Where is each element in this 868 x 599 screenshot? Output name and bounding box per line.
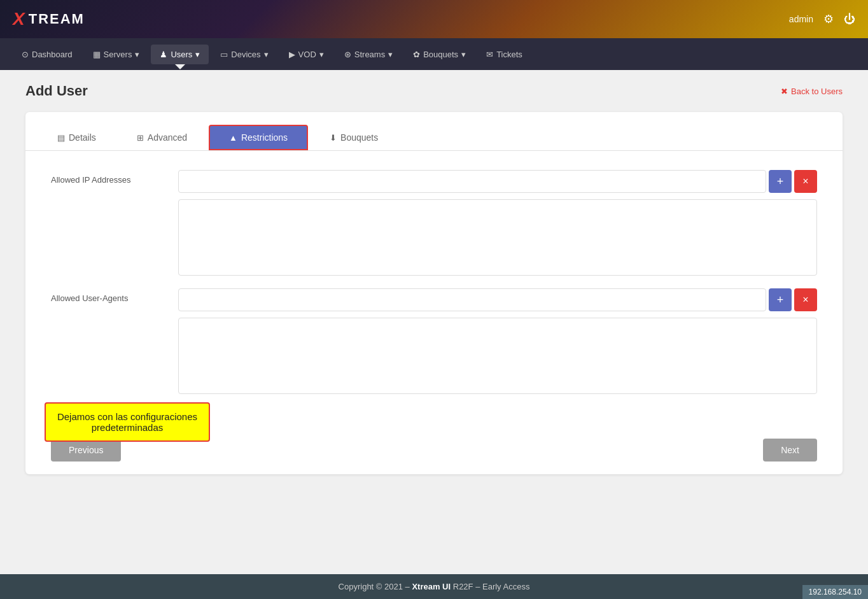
ip-add-button[interactable]: + [769, 170, 792, 193]
tab-bouquets-label: Bouquets [340, 132, 378, 143]
bouquets-chevron-icon: ▾ [461, 50, 466, 59]
ua-row: Allowed User-Agents + × [51, 288, 817, 394]
annotation-line2: predeterminadas [56, 422, 199, 433]
devices-chevron-icon: ▾ [264, 50, 269, 59]
dashboard-icon: ⊙ [22, 50, 29, 59]
nav-item-streams[interactable]: ⊛ Streams ▾ [335, 45, 402, 64]
bouquets-tab-icon: ⬇ [330, 133, 337, 143]
tab-restrictions-label: Restrictions [241, 132, 288, 143]
form-wrapper: Dejamos con las configuraciones predeter… [25, 151, 843, 474]
tab-advanced[interactable]: ⊞ Advanced [118, 125, 206, 150]
footer-version: R22F – Early Access [453, 582, 530, 591]
ip-remove-button[interactable]: × [794, 170, 817, 193]
power-icon[interactable]: ⏻ [844, 13, 855, 26]
annotation-line1: Dejamos con las configuraciones [56, 411, 199, 422]
ua-input[interactable] [178, 288, 766, 311]
tab-advanced-label: Advanced [148, 132, 187, 143]
logo-x: X [13, 9, 26, 29]
page-title: Add User [25, 83, 88, 99]
nav-label-dashboard: Dashboard [32, 50, 73, 59]
header: X TREAM admin ⚙ ⏻ [0, 0, 868, 38]
nav-label-tickets: Tickets [496, 50, 522, 59]
footer: Copyright © 2021 – Xtream UI R22F – Earl… [0, 574, 868, 599]
gear-icon[interactable]: ⚙ [823, 12, 834, 26]
ip-textarea[interactable] [178, 199, 817, 276]
nav-item-users[interactable]: ♟ Users ▾ [151, 45, 209, 64]
users-chevron-icon: ▾ [195, 50, 200, 59]
nav-label-servers: Servers [104, 50, 132, 59]
main-content: Add User ✖ Back to Users ▤ Details ⊞ Adv… [0, 70, 868, 574]
nav-item-vod[interactable]: ▶ VOD ▾ [280, 45, 333, 64]
ip-label: Allowed IP Addresses [51, 170, 165, 185]
streams-icon: ⊛ [344, 50, 351, 59]
details-tab-icon: ▤ [57, 133, 65, 143]
ua-textarea[interactable] [178, 318, 817, 394]
ua-remove-button[interactable]: × [794, 288, 817, 311]
ua-right: + × [178, 288, 817, 394]
servers-icon: ▦ [93, 50, 101, 59]
tab-details[interactable]: ▤ Details [38, 125, 115, 150]
logo: X TREAM [13, 9, 85, 29]
vod-chevron-icon: ▾ [319, 50, 324, 59]
servers-chevron-icon: ▾ [135, 50, 139, 59]
restrictions-tab-icon: ▲ [229, 133, 237, 143]
page-header: Add User ✖ Back to Users [25, 83, 843, 99]
tab-restrictions[interactable]: ▲ Restrictions [209, 125, 308, 150]
nav-item-devices[interactable]: ▭ Devices ▾ [211, 45, 277, 64]
previous-button[interactable]: Previous [51, 439, 121, 462]
ip-right: + × [178, 170, 817, 276]
main-card: ▤ Details ⊞ Advanced ▲ Restrictions ⬇ Bo… [25, 112, 843, 474]
footer-brand: Xtream UI [412, 582, 451, 591]
ua-label: Allowed User-Agents [51, 288, 165, 303]
back-to-users-link[interactable]: ✖ Back to Users [781, 87, 843, 96]
ip-input-row: + × [178, 170, 817, 193]
advanced-tab-icon: ⊞ [137, 133, 144, 143]
nav-item-servers[interactable]: ▦ Servers ▾ [84, 45, 149, 64]
ua-input-row: + × [178, 288, 817, 311]
bouquets-icon: ✿ [413, 50, 420, 59]
annotation-box: Dejamos con las configuraciones predeter… [45, 402, 210, 442]
back-icon: ✖ [781, 87, 788, 96]
next-button[interactable]: Next [763, 439, 817, 462]
vod-icon: ▶ [289, 50, 295, 59]
nav-item-bouquets[interactable]: ✿ Bouquets ▾ [404, 45, 475, 64]
tickets-icon: ✉ [486, 50, 493, 59]
admin-label: admin [789, 14, 813, 24]
users-icon: ♟ [160, 50, 167, 59]
form-content: Allowed IP Addresses + × Allowed User-Ag… [25, 151, 843, 426]
nav-item-dashboard[interactable]: ⊙ Dashboard [13, 45, 81, 64]
nav-label-streams: Streams [354, 50, 385, 59]
logo-text: TREAM [29, 11, 85, 27]
tab-bouquets[interactable]: ⬇ Bouquets [311, 125, 397, 150]
ip-addresses-row: Allowed IP Addresses + × [51, 170, 817, 276]
nav-label-bouquets: Bouquets [423, 50, 458, 59]
tabs-bar: ▤ Details ⊞ Advanced ▲ Restrictions ⬇ Bo… [25, 112, 843, 151]
nav-label-devices: Devices [231, 50, 260, 59]
tab-details-label: Details [69, 132, 96, 143]
header-right: admin ⚙ ⏻ [789, 12, 855, 26]
nav-label-vod: VOD [298, 50, 316, 59]
footer-text: Copyright © 2021 – [339, 582, 412, 591]
streams-chevron-icon: ▾ [388, 50, 393, 59]
ip-input[interactable] [178, 170, 766, 193]
devices-icon: ▭ [220, 50, 228, 59]
nav-item-tickets[interactable]: ✉ Tickets [477, 45, 531, 64]
navbar: ⊙ Dashboard ▦ Servers ▾ ♟ Users ▾ ▭ Devi… [0, 38, 868, 70]
nav-label-users: Users [171, 50, 192, 59]
ip-badge: 192.168.254.10 [802, 585, 868, 599]
back-link-label: Back to Users [791, 87, 843, 96]
ua-add-button[interactable]: + [769, 288, 792, 311]
